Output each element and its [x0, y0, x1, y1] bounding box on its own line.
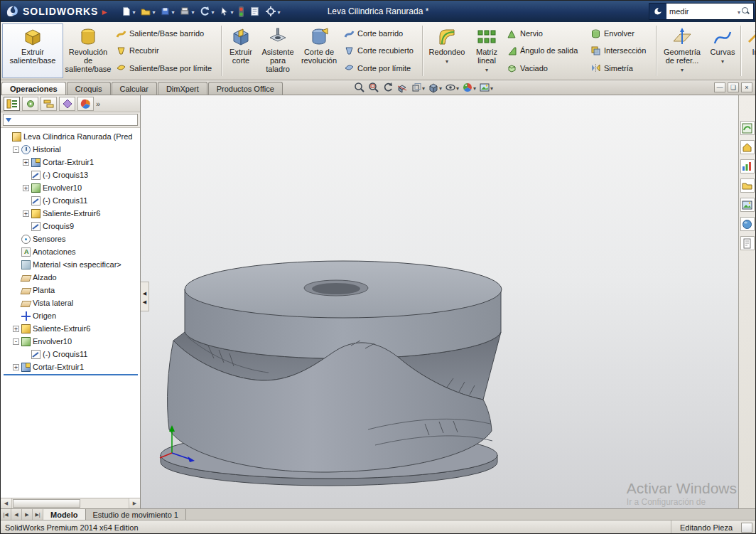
- reference-geometry-button[interactable]: Geometría de refer...: [658, 23, 706, 78]
- expand-icon[interactable]: +: [13, 326, 19, 332]
- tab-calcular[interactable]: Calcular: [112, 82, 157, 95]
- tree-item-vista-lateral[interactable]: Vista lateral: [2, 297, 140, 309]
- tree-item-cortar-extruir1-2[interactable]: +Cortar-Extruir1: [2, 361, 140, 373]
- tree-filter-input[interactable]: [14, 115, 135, 124]
- previous-tab-button[interactable]: [11, 509, 22, 520]
- panel-splitter-handle[interactable]: [141, 282, 149, 311]
- solidworks-resources-button[interactable]: [740, 121, 755, 135]
- collapse-icon[interactable]: -: [13, 338, 19, 345]
- dimxpert-manager-tab[interactable]: [59, 97, 75, 111]
- scrollbar-thumb[interactable]: [13, 499, 80, 508]
- search-icon[interactable]: [742, 7, 750, 16]
- mirror-button[interactable]: Simetría: [588, 60, 654, 76]
- new-document-button[interactable]: [119, 4, 136, 19]
- cam-model-3d[interactable]: [141, 95, 740, 508]
- lofted-cut-button[interactable]: Corte recubierto: [341, 43, 421, 59]
- search-box[interactable]: [649, 3, 754, 20]
- chevron-down-icon[interactable]: [422, 83, 425, 92]
- last-tab-button[interactable]: [33, 509, 43, 520]
- zoom-fit-button[interactable]: [354, 82, 365, 93]
- fillet-button[interactable]: Redondeo: [424, 23, 470, 78]
- close-document-button[interactable]: ×: [741, 82, 752, 92]
- tree-item-anotaciones[interactable]: Anotaciones: [2, 245, 140, 258]
- display-manager-tab[interactable]: [77, 97, 94, 111]
- custom-properties-button[interactable]: [740, 236, 755, 250]
- view-palette-button[interactable]: [740, 159, 755, 173]
- expand-icon[interactable]: +: [23, 210, 29, 217]
- rebuild-button[interactable]: [237, 4, 246, 19]
- scroll-right-button[interactable]: [129, 498, 140, 508]
- tree-item-cortar-extruir1[interactable]: +Cortar-Extruir1: [2, 156, 140, 169]
- extruded-cut-button[interactable]: Extruir corte: [223, 23, 259, 78]
- scenes-button[interactable]: [740, 198, 755, 212]
- tree-item-saliente-extruir6[interactable]: +Saliente-Extruir6: [2, 207, 140, 220]
- chevron-down-icon[interactable]: [151, 7, 155, 16]
- collapse-icon[interactable]: -: [13, 146, 19, 153]
- select-button[interactable]: [217, 4, 234, 19]
- tree-item-planta[interactable]: Planta: [2, 284, 140, 297]
- quick-tips-button[interactable]: [741, 523, 752, 533]
- draft-button[interactable]: Ángulo de salida: [504, 43, 588, 59]
- tab-estudio-de-movimiento[interactable]: Estudio de movimiento 1: [86, 509, 186, 520]
- graphics-viewport[interactable]: Activar Windows Ir a Configuración de: [141, 95, 740, 508]
- search-scope-button[interactable]: [649, 4, 666, 19]
- chevron-down-icon[interactable]: [456, 83, 459, 92]
- zoom-area-button[interactable]: [368, 82, 379, 93]
- expand-icon[interactable]: +: [23, 185, 29, 191]
- revolve-boss-button[interactable]: Revolución de saliente/base: [63, 23, 113, 78]
- wrap-button[interactable]: Envolver: [588, 26, 654, 42]
- scrollbar-track[interactable]: [12, 498, 129, 508]
- chevron-down-icon[interactable]: [446, 56, 448, 66]
- intersect-button[interactable]: Intersección: [588, 43, 654, 59]
- extrude-boss-button[interactable]: Extruir saliente/base: [2, 23, 63, 78]
- first-tab-button[interactable]: [1, 509, 11, 520]
- rib-button[interactable]: Nervio: [504, 26, 588, 42]
- property-manager-tab[interactable]: [22, 97, 38, 111]
- chevron-down-icon[interactable]: [131, 7, 135, 16]
- chevron-down-icon[interactable]: [230, 7, 233, 16]
- view-orientation-button[interactable]: [411, 82, 425, 93]
- revolved-cut-button[interactable]: Corte de revolución: [297, 23, 341, 78]
- tree-item-historial[interactable]: -Historial: [2, 143, 140, 156]
- undo-button[interactable]: [198, 4, 215, 19]
- tree-item-croquis11[interactable]: (-) Croquis11: [2, 194, 140, 207]
- filter-box[interactable]: [3, 114, 138, 126]
- chevron-down-icon[interactable]: [721, 56, 724, 66]
- feature-manager-tab[interactable]: [4, 97, 20, 111]
- tree-item-origen[interactable]: Origen: [2, 309, 140, 322]
- tab-croquis[interactable]: Croquis: [67, 82, 111, 95]
- tree-item-part-root[interactable]: Leva Cilindrica Ranurada (Pred: [2, 130, 140, 143]
- tab-modelo[interactable]: Modelo: [43, 509, 86, 520]
- chevron-down-icon[interactable]: [171, 7, 174, 16]
- edit-appearance-button[interactable]: [462, 82, 476, 93]
- section-view-button[interactable]: [396, 82, 408, 93]
- tab-dimxpert[interactable]: DimXpert: [158, 82, 207, 95]
- panel-overflow-chevron-icon[interactable]: [96, 100, 100, 108]
- expand-icon[interactable]: +: [13, 364, 19, 370]
- chevron-down-icon[interactable]: [485, 65, 488, 75]
- configuration-manager-tab[interactable]: [40, 97, 57, 111]
- panel-horizontal-scrollbar[interactable]: [1, 498, 140, 508]
- scroll-left-button[interactable]: [1, 498, 12, 508]
- menu-flyout-arrow-icon[interactable]: [102, 7, 107, 16]
- tree-item-material[interactable]: Material <sin especificar>: [2, 258, 140, 271]
- chevron-down-icon[interactable]: [473, 83, 476, 92]
- options-button[interactable]: [264, 4, 281, 19]
- chevron-down-icon[interactable]: [190, 7, 194, 16]
- hide-show-items-button[interactable]: [445, 82, 459, 93]
- expand-icon[interactable]: +: [23, 159, 29, 166]
- design-library-button[interactable]: [740, 140, 755, 154]
- save-button[interactable]: [158, 4, 176, 19]
- tab-operaciones[interactable]: Operaciones: [1, 82, 66, 95]
- chevron-down-icon[interactable]: [490, 83, 493, 92]
- display-style-button[interactable]: [428, 82, 442, 93]
- swept-boss-button[interactable]: Saliente/Base barrido: [113, 26, 220, 42]
- appearances-button[interactable]: [740, 217, 755, 231]
- tree-item-sensores[interactable]: Sensores: [2, 233, 140, 245]
- print-button[interactable]: [178, 4, 195, 19]
- tree-item-alzado[interactable]: Alzado: [2, 271, 140, 284]
- lofted-boss-button[interactable]: Recubrir: [113, 43, 220, 59]
- apply-scene-button[interactable]: [479, 82, 493, 93]
- hole-wizard-button[interactable]: Asistente para taladro: [259, 23, 297, 78]
- boundary-boss-button[interactable]: Saliente/Base por límite: [113, 60, 220, 76]
